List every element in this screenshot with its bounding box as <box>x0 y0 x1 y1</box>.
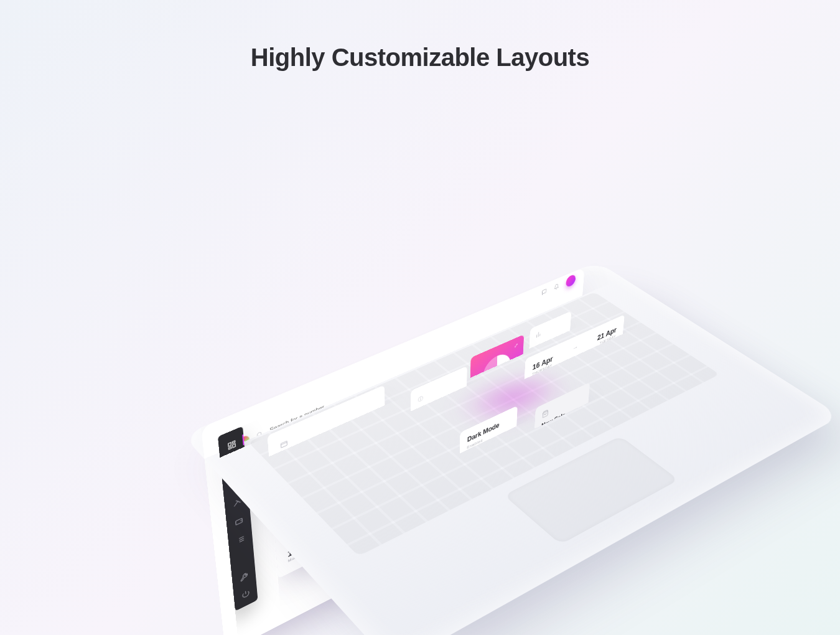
sidebar-item-list[interactable] <box>236 534 246 545</box>
hero-title: Highly Customizable Layouts <box>0 44 840 72</box>
sidebar-item-settings[interactable] <box>239 571 248 583</box>
trackpad <box>504 436 679 544</box>
svg-rect-7 <box>235 518 242 525</box>
laptop-scene: What's new ⤢ <box>78 131 762 567</box>
accent-glow <box>449 363 577 435</box>
sidebar-item-power[interactable] <box>241 588 250 600</box>
sidebar-item-wallet[interactable] <box>234 515 244 527</box>
